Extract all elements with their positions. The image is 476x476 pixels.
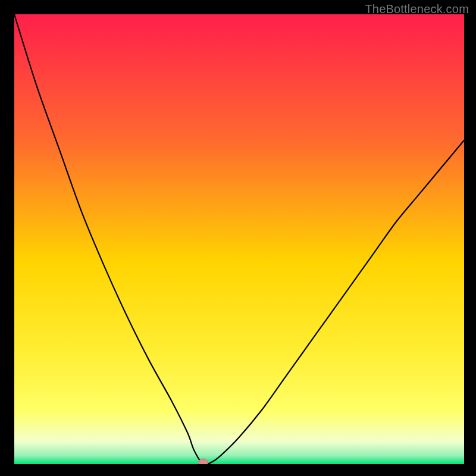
gradient-background xyxy=(14,14,464,464)
watermark-text: TheBottleneck.com xyxy=(365,2,469,16)
chart-svg xyxy=(14,14,464,464)
chart-container: TheBottleneck.com xyxy=(0,0,476,476)
plot-area xyxy=(14,14,464,464)
optimal-point-marker xyxy=(199,459,208,464)
